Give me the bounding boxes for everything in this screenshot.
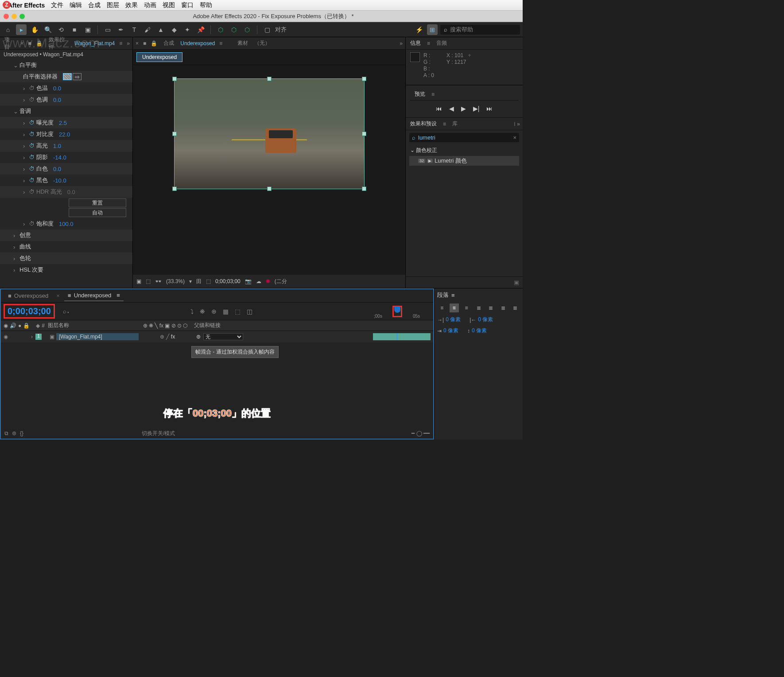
timeline-ruler[interactable]: ;00s 05s	[373, 305, 431, 318]
menu-help[interactable]: 帮助	[200, 1, 212, 9]
align-label[interactable]: 对齐	[275, 26, 287, 34]
tl-icon[interactable]: ◫	[247, 308, 252, 315]
val-whites[interactable]: 0.0	[53, 166, 61, 172]
vc-icon[interactable]: ☁	[256, 278, 261, 284]
axis-x-icon[interactable]: ⬡	[215, 24, 226, 35]
lock-icon[interactable]: 🔒	[151, 40, 157, 47]
text-tool[interactable]: T	[129, 24, 140, 35]
menu-layer[interactable]: 图层	[107, 1, 119, 9]
stopwatch-icon[interactable]: ⏱	[29, 120, 35, 126]
clone-tool[interactable]: ▲	[155, 24, 166, 35]
menu-edit[interactable]: 编辑	[70, 1, 82, 9]
app-name[interactable]: After Effects	[8, 2, 45, 9]
tl-icon[interactable]: ⤵	[190, 308, 194, 315]
eye-column-icon[interactable]: ◉	[4, 323, 8, 329]
tl-footer-icon[interactable]: ⊚	[12, 430, 16, 436]
indent-first-val[interactable]: 0 像素	[443, 327, 458, 335]
justify-all-button[interactable]: ≣	[510, 303, 520, 312]
align-center-button[interactable]: ≡	[450, 303, 459, 312]
vc-mask-icon[interactable]: 👓	[155, 278, 162, 284]
zoom-tool[interactable]: 🔍	[43, 24, 53, 35]
stopwatch-icon[interactable]: ⏱	[29, 221, 35, 227]
effects-group[interactable]: ⌄ 颜色校正	[406, 145, 523, 156]
panel-overflow-icon[interactable]: »	[400, 40, 403, 47]
last-frame-button[interactable]: ⏭	[486, 105, 493, 112]
tl-icon[interactable]: ⬚	[235, 308, 241, 315]
selection-tool[interactable]: ▸	[16, 24, 27, 35]
indent-left-icon[interactable]: →|	[437, 317, 444, 323]
audio-column-icon[interactable]: 🔊	[10, 323, 16, 329]
next-frame-button[interactable]: ▶|	[473, 105, 480, 112]
stopwatch-icon[interactable]: ⏱	[29, 177, 35, 183]
panel-resize-icon[interactable]: ▣	[514, 279, 519, 286]
layer-name[interactable]: [Wagon_Flat.mp4]	[56, 333, 139, 340]
menu-animation[interactable]: 动画	[144, 1, 156, 9]
val-contrast[interactable]: 22.0	[59, 131, 70, 138]
menu-window[interactable]: 窗口	[181, 1, 194, 9]
group-hsl[interactable]: HSL 次要	[19, 266, 43, 274]
hand-tool[interactable]: ✋	[29, 24, 40, 35]
timeline-layer-row[interactable]: ◉›1 ▣ [Wagon_Flat.mp4] ⊕╱fx ⊚ 无	[1, 331, 433, 342]
justify-left-button[interactable]: ≣	[474, 303, 484, 312]
justify-center-button[interactable]: ≣	[486, 303, 496, 312]
menu-composition[interactable]: 合成	[88, 1, 101, 9]
stopwatch-icon[interactable]: ⏱	[29, 143, 35, 149]
lock-column-icon[interactable]: 🔒	[23, 323, 30, 329]
indent-left-val[interactable]: 0 像素	[446, 316, 461, 323]
roto-tool[interactable]: ✦	[182, 24, 193, 35]
tab-audio[interactable]: 音频	[435, 39, 449, 48]
panel-overflow-icon[interactable]: »	[127, 40, 130, 47]
pin-tool[interactable]: 📌	[195, 24, 206, 35]
viewer-timecode[interactable]: 0;00;03;00	[215, 278, 241, 284]
pen-tool[interactable]: ✒	[116, 24, 126, 35]
region-tool[interactable]: ▣	[82, 24, 93, 35]
resolution-label[interactable]: (二分	[275, 278, 287, 285]
effect-item-lumetri[interactable]: 32 ▶ Lumetri 颜色	[409, 156, 519, 166]
menu-file[interactable]: 文件	[51, 1, 63, 9]
color-mgmt-icon[interactable]: ❋	[266, 278, 270, 284]
align-left-button[interactable]: ≡	[437, 303, 447, 312]
group-color-wheels[interactable]: 色轮	[19, 254, 31, 262]
space-after-icon[interactable]: ↕	[467, 328, 470, 334]
menu-effect[interactable]: 效果	[125, 1, 138, 9]
group-creative[interactable]: 创意	[19, 231, 31, 239]
tl-footer-icon[interactable]: ⧉	[4, 430, 8, 436]
comp-name-link[interactable]: Underexposed	[180, 40, 215, 47]
auto-button[interactable]: 自动	[69, 208, 126, 217]
stopwatch-icon[interactable]: ⏱	[29, 97, 35, 103]
tab-effects-presets[interactable]: 效果和预设	[408, 119, 439, 128]
tab-preview[interactable]: 预览	[413, 89, 427, 99]
tl-footer-icon[interactable]: {}	[20, 430, 23, 436]
pickwhip-icon[interactable]: ⊚	[196, 334, 201, 340]
workspace-switcher[interactable]: ⊞	[427, 24, 438, 35]
window-close-button[interactable]	[4, 14, 9, 19]
axis-y-icon[interactable]: ⬡	[229, 24, 239, 35]
search-help-input[interactable]: ⌕ 搜索帮助	[440, 25, 520, 35]
tl-icon[interactable]: ⊕	[211, 308, 217, 315]
eraser-tool[interactable]: ◆	[169, 24, 179, 35]
val-color-temp[interactable]: 0.0	[53, 85, 61, 92]
vc-icon[interactable]: ▣	[136, 278, 141, 284]
stopwatch-icon[interactable]: ⏱	[29, 154, 35, 160]
tl-icon[interactable]: ❋	[200, 308, 205, 315]
zoom-level[interactable]: (33.3%)	[166, 278, 185, 284]
justify-right-button[interactable]: ≣	[498, 303, 508, 312]
tab-info[interactable]: 信息	[408, 39, 423, 48]
tab-footage[interactable]: 素材	[236, 39, 250, 48]
parent-dropdown[interactable]: 无	[203, 333, 243, 340]
solo-column-icon[interactable]: ●	[18, 323, 21, 329]
indent-right-val[interactable]: 0 像素	[478, 316, 493, 323]
val-tint[interactable]: 0.0	[53, 97, 61, 103]
comp-active-tab[interactable]: Underexposed	[136, 52, 182, 62]
layer-bar[interactable]	[373, 333, 431, 340]
val-highlights[interactable]: 1.0	[53, 143, 61, 149]
vc-icon[interactable]: ⬚	[146, 278, 151, 284]
window-maximize-button[interactable]	[19, 14, 25, 19]
space-after-val[interactable]: 0 像素	[472, 327, 487, 335]
timeline-tab-overexposed[interactable]: ■Overexposed	[4, 291, 52, 301]
panel-overflow-icon[interactable]: ⁞ »	[514, 121, 520, 127]
window-minimize-button[interactable]	[12, 14, 17, 19]
first-frame-button[interactable]: ⏮	[436, 105, 442, 112]
timeline-tab-underexposed[interactable]: ■Underexposed≡	[64, 290, 124, 301]
tab-paragraph[interactable]: 段落	[437, 291, 449, 299]
